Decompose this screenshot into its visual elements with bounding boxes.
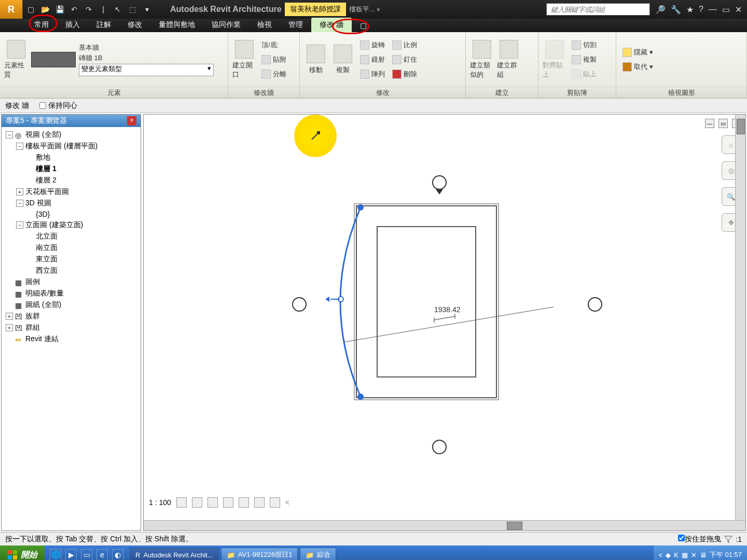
tree-elev-south[interactable]: 南立面: [36, 243, 58, 253]
create-opening-button[interactable]: 建立開口: [232, 39, 256, 80]
maximize-button[interactable]: ▭: [722, 5, 730, 15]
tree-level1[interactable]: 樓層 1: [36, 164, 57, 174]
elevation-marker-east[interactable]: [588, 298, 602, 311]
elevation-marker-south[interactable]: [433, 440, 446, 454]
ql-desktop-icon[interactable]: ▭: [81, 549, 92, 560]
hide-button[interactable]: 隱藏 ▾: [620, 46, 655, 59]
tray-icon[interactable]: 🖥: [700, 551, 707, 559]
tree-floor-plans[interactable]: 樓板平面圖 (樓層平面): [25, 142, 98, 151]
filter-icon[interactable]: [724, 535, 732, 543]
task-folder2[interactable]: 📁綜合: [300, 548, 336, 560]
override-button[interactable]: 取代 ▾: [620, 60, 655, 74]
collapse-icon[interactable]: −: [16, 200, 23, 207]
browser-tree[interactable]: −◎視圖 (全部) −樓板平面圖 (樓層平面) 敷地 樓層 1 樓層 2 +天花…: [2, 127, 141, 530]
move-button[interactable]: 移動: [304, 39, 328, 80]
tree-level2[interactable]: 樓層 2: [36, 176, 57, 185]
cut-button[interactable]: 切割: [570, 38, 599, 52]
undo-icon[interactable]: ↶: [70, 5, 79, 14]
tray-expand-icon[interactable]: <: [659, 551, 663, 559]
tree-3d-views[interactable]: 3D 視圖: [25, 199, 51, 208]
collapse-icon[interactable]: −: [16, 143, 23, 150]
tray-icon[interactable]: ◆: [666, 551, 671, 559]
scale-button[interactable]: 比例: [390, 38, 419, 52]
tree-schedules[interactable]: 明細表/數量: [25, 289, 64, 298]
minimize-button[interactable]: —: [709, 5, 717, 15]
tree-3d-item[interactable]: {3D}: [36, 210, 50, 218]
rotate-button[interactable]: 旋轉: [358, 38, 387, 52]
tab-annotate[interactable]: 註解: [88, 18, 119, 32]
task-revit[interactable]: RAutodesk Revit Archit...: [130, 548, 219, 560]
expand-icon[interactable]: +: [6, 324, 13, 331]
app-menu-button[interactable]: R: [0, 0, 23, 19]
delete-button[interactable]: 刪除: [390, 67, 419, 81]
3d-icon[interactable]: ⬚: [128, 5, 137, 14]
qat-dropdown-icon[interactable]: ▾: [142, 5, 151, 14]
create-group-button[interactable]: 建立群組: [497, 39, 521, 80]
crop-region-icon[interactable]: [254, 497, 265, 508]
star-icon[interactable]: ★: [686, 5, 694, 15]
detach-button[interactable]: 分離: [259, 67, 288, 81]
ql-ie-icon[interactable]: e: [96, 549, 108, 560]
tray-icon[interactable]: ▦: [682, 551, 688, 559]
start-button[interactable]: 開始: [0, 545, 45, 560]
copy-button[interactable]: 複製: [331, 39, 355, 80]
help-icon[interactable]: ?: [699, 5, 703, 15]
save-icon[interactable]: 💾: [55, 5, 64, 14]
press-drag-checkbox[interactable]: 按住並拖曳: [678, 535, 721, 544]
create-similar-button[interactable]: 建立類似的: [470, 39, 494, 80]
collapse-icon[interactable]: −: [6, 131, 13, 138]
array-button[interactable]: 陣列: [358, 67, 387, 81]
element-properties-button[interactable]: 元素性質: [4, 39, 28, 80]
tab-manage[interactable]: 管理: [280, 18, 311, 32]
tray-icon[interactable]: K: [674, 551, 679, 559]
pin-button[interactable]: 釘住: [390, 53, 419, 66]
redo-icon[interactable]: ↷: [84, 5, 93, 14]
tree-elev-north[interactable]: 北立面: [36, 232, 58, 241]
close-button[interactable]: ✕: [735, 5, 742, 15]
tree-ceiling[interactable]: 天花板平面圖: [25, 187, 69, 197]
pointer-icon[interactable]: ↖: [113, 5, 122, 14]
tab-home[interactable]: 常用: [26, 18, 57, 32]
expand-icon[interactable]: +: [16, 188, 23, 195]
paste-button[interactable]: 貼上: [570, 67, 599, 81]
dimension-text[interactable]: 1938.42: [434, 305, 461, 314]
mirror-button[interactable]: 鏡射: [358, 53, 387, 66]
tree-views-root[interactable]: 視圖 (全部): [25, 130, 61, 139]
hide-isolate-icon[interactable]: [270, 497, 280, 508]
task-folder1[interactable]: 📁AV1-991226假日1: [221, 548, 298, 560]
elevation-marker-north[interactable]: [433, 176, 446, 194]
align-paste-button[interactable]: 對齊貼上: [543, 39, 566, 80]
tab-extra-icon[interactable]: ▢: [352, 19, 375, 32]
collapse-icon[interactable]: −: [16, 221, 23, 229]
browser-close-button[interactable]: ×: [127, 116, 136, 125]
search-input[interactable]: [546, 3, 650, 16]
clipboard-copy-button[interactable]: 複製: [570, 53, 599, 66]
sun-path-icon[interactable]: [208, 497, 218, 508]
tree-elev-east[interactable]: 東立面: [36, 255, 58, 264]
tab-collaborate[interactable]: 協同作業: [203, 18, 249, 32]
canvas[interactable]: 1938.42 1 : 100 <: [144, 115, 745, 520]
tab-insert[interactable]: 插入: [57, 18, 88, 32]
doc-dropdown-icon[interactable]: ▾: [377, 6, 380, 13]
binoculars-icon[interactable]: 🔎: [655, 5, 666, 15]
detail-level-icon[interactable]: [176, 497, 187, 508]
shadows-icon[interactable]: [223, 497, 233, 508]
new-icon[interactable]: ▢: [26, 5, 35, 14]
tree-site[interactable]: 敷地: [36, 153, 50, 162]
horizontal-scrollbar[interactable]: [144, 520, 745, 530]
tree-families[interactable]: 族群: [25, 312, 40, 321]
ql-browser-icon[interactable]: 🌐: [50, 549, 61, 560]
open-icon[interactable]: 📂: [40, 5, 50, 14]
crop-icon[interactable]: [239, 497, 249, 508]
tree-groups[interactable]: 群組: [25, 323, 40, 332]
view-scale[interactable]: 1 : 100: [149, 498, 171, 507]
visual-style-icon[interactable]: [192, 497, 202, 508]
tree-elev-west[interactable]: 西立面: [36, 266, 58, 275]
type-selector[interactable]: 變更元素類型 ▾: [79, 64, 214, 76]
ql-app-icon[interactable]: ◐: [112, 549, 123, 560]
elevation-marker-west[interactable]: [293, 298, 306, 311]
tab-modify-wall[interactable]: 修改 牆: [311, 18, 352, 32]
tree-elevations[interactable]: 立面圖 (建築立面): [25, 220, 83, 230]
tree-links[interactable]: Revit 連結: [25, 334, 59, 344]
tree-legends[interactable]: 圖例: [25, 277, 40, 287]
